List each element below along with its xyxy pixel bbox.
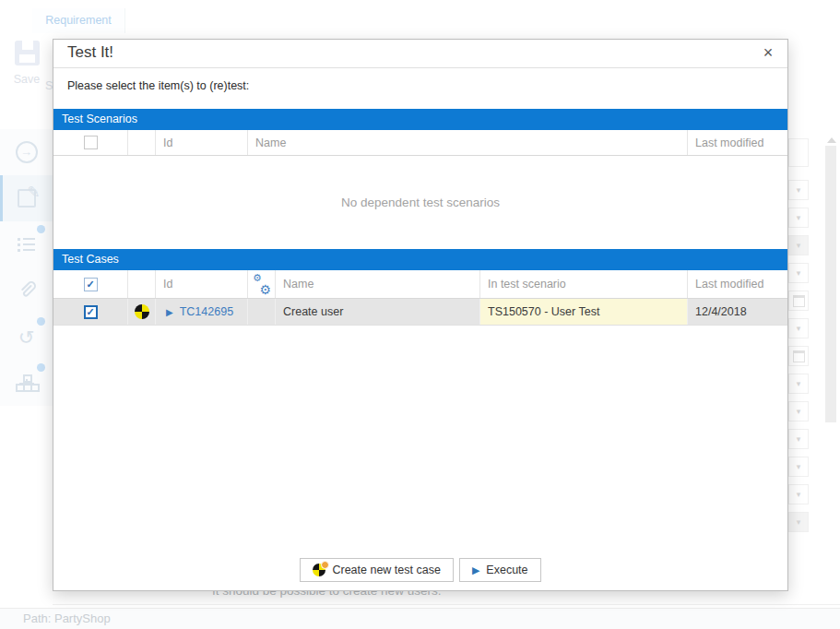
new-badge-dot	[321, 561, 329, 569]
sidebar-item-navigate: →	[0, 129, 53, 175]
test-case-id-link[interactable]: TC142695	[180, 305, 233, 318]
background-field	[788, 138, 809, 167]
test-case-icon	[135, 304, 149, 319]
notification-dot	[37, 225, 45, 233]
row-id-cell: ▶ TC142695	[156, 299, 248, 325]
name-column-header: Name	[276, 270, 480, 298]
save-icon	[15, 41, 40, 65]
background-dropdown-field: ▾	[788, 180, 809, 200]
create-button-label: Create new test case	[332, 564, 440, 576]
select-all-scenarios-checkbox[interactable]	[84, 136, 98, 149]
notification-dot	[37, 363, 45, 372]
close-icon[interactable]: ×	[758, 42, 778, 64]
new-test-case-icon	[313, 564, 325, 576]
icon-column-header	[128, 270, 156, 298]
background-dropdown-field: ▾	[788, 429, 809, 449]
dialog-actions: Create new test case ▶ Execute	[53, 558, 787, 582]
background-dropdown-field: ▾	[788, 457, 809, 477]
paperclip-icon	[18, 280, 36, 301]
scrollbar-up-arrow	[827, 137, 836, 143]
dialog-header: Test It! ×	[53, 40, 787, 68]
in-test-scenario-column-header: In test scenario	[480, 270, 688, 298]
test-cases-section-header: Test Cases	[53, 249, 787, 270]
status-bar: Path: PartyShop	[0, 608, 840, 629]
scrollbar-thumb	[825, 146, 836, 422]
row-name-cell: Create user	[276, 299, 480, 325]
test-it-dialog: Test It! × Please select the item(s) to …	[53, 39, 788, 591]
background-dropdown-field: ▾	[788, 208, 809, 228]
path-label: Path: PartyShop	[23, 611, 111, 625]
id-column-header: Id	[156, 130, 248, 155]
test-cases-table-header: ✓ Id ⚙⚙ Name In test scenario Last modif…	[53, 270, 787, 299]
background-dropdown-field: ▾	[788, 318, 809, 338]
last-modified-column-header: Last modified	[688, 130, 787, 155]
edit-icon: ✎	[18, 189, 36, 208]
sidebar-item-history: ↺	[0, 314, 53, 360]
test-case-row[interactable]: ✓ ▶ TC142695 Create user TS150570 - User…	[53, 299, 787, 326]
background-dropdown-field: ▾	[788, 263, 809, 283]
calendar-icon	[793, 350, 805, 362]
row-checkbox-cell: ✓	[53, 299, 128, 325]
tab-requirement: Requirement	[32, 8, 125, 33]
sidebar-item-list	[0, 221, 53, 267]
background-date-field	[788, 291, 809, 311]
last-modified-column-header: Last modified	[688, 270, 787, 298]
test-case-checkbox[interactable]: ✓	[84, 305, 98, 319]
hierarchy-icon	[16, 374, 38, 392]
app-window: Requirement Save S → ✎ ↺	[0, 0, 840, 629]
arrow-right-circle-icon: →	[16, 141, 38, 163]
test-scenarios-section-header: Test Scenarios	[53, 109, 787, 130]
history-icon: ↺	[18, 327, 35, 347]
background-dropdown-field: ▾	[788, 374, 809, 394]
select-all-scenarios-cell	[53, 130, 128, 155]
no-scenarios-message: No dependent test scenarios	[53, 156, 787, 249]
background-dropdown-field: ▾	[788, 235, 809, 255]
notification-dot	[37, 317, 45, 326]
background-date-field	[788, 346, 809, 366]
sidebar-item-hierarchy	[0, 360, 53, 406]
save-button: Save	[9, 41, 44, 86]
select-all-cases-cell: ✓	[53, 270, 128, 298]
list-icon	[18, 238, 35, 252]
execute-button-label: Execute	[486, 564, 527, 576]
icon-column-header	[128, 130, 156, 155]
background-dropdown-field: ▾	[788, 512, 809, 532]
row-gear-cell	[248, 299, 276, 325]
calendar-icon	[793, 295, 805, 307]
background-dropdown-field: ▾	[788, 401, 809, 421]
dialog-title: Test It!	[67, 43, 113, 62]
sidebar-item-edit: ✎	[0, 175, 53, 221]
execute-button[interactable]: ▶ Execute	[459, 558, 541, 582]
background-dropdown-field: ▾	[788, 484, 809, 504]
play-icon: ▶	[472, 565, 479, 576]
dialog-subtitle: Please select the item(s) to (re)test:	[67, 79, 249, 92]
create-new-test-case-button[interactable]: Create new test case	[300, 558, 453, 582]
test-scenarios-table-header: Id Name Last modified	[53, 130, 787, 156]
row-in-test-scenario-cell: TS150570 - User Test	[480, 299, 688, 325]
id-column-header: Id	[156, 270, 248, 298]
expand-arrow-icon[interactable]: ▶	[166, 307, 173, 317]
divider	[53, 604, 840, 605]
name-column-header: Name	[248, 130, 688, 155]
row-last-modified-cell: 12/4/2018	[688, 299, 787, 325]
sidebar-item-attachments	[0, 267, 53, 314]
gears-icon: ⚙⚙	[253, 276, 270, 293]
gear-column-header: ⚙⚙	[248, 270, 276, 298]
sidebar: → ✎ ↺	[0, 129, 53, 406]
row-icon-cell	[128, 299, 156, 325]
select-all-cases-checkbox[interactable]: ✓	[84, 278, 98, 291]
save-button-label: Save	[9, 73, 44, 86]
